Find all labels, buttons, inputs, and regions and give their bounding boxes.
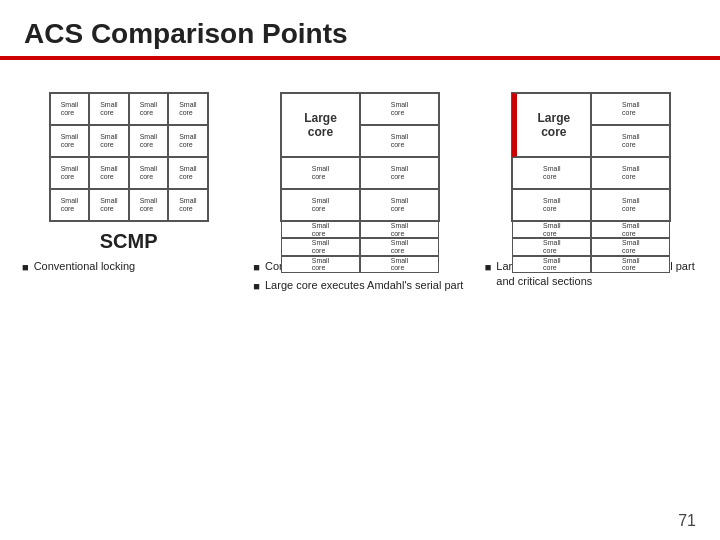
page-title: ACS Comparison Points <box>0 0 720 58</box>
small-cell: Smallcore <box>281 238 360 255</box>
small-cell: Smallcore <box>129 157 169 189</box>
small-cell: Smallcore <box>281 189 360 221</box>
small-cell: Smallcore <box>89 189 129 221</box>
small-cell: Smallcore <box>512 256 591 273</box>
small-cell: Smallcore <box>360 93 439 125</box>
small-cell: Smallcore <box>591 157 670 189</box>
small-cell: Smallcore <box>89 93 129 125</box>
acmp-large-core: Largecore <box>281 93 360 157</box>
acs-column: Largecore Smallcore Smallcore Smallcore … <box>481 92 702 292</box>
small-cell: Smallcore <box>89 157 129 189</box>
small-cell: Smallcore <box>591 221 670 238</box>
small-cell: Smallcore <box>129 125 169 157</box>
small-cell: Smallcore <box>591 93 670 125</box>
acs-large-core: Largecore <box>512 93 591 157</box>
title-divider <box>0 58 720 60</box>
acmp-diagram: Largecore Smallcore Smallcore Smallcore … <box>280 92 440 222</box>
small-cell: Smallcore <box>360 256 439 273</box>
small-cell: Smallcore <box>50 125 90 157</box>
small-cell: Smallcore <box>360 125 439 157</box>
small-cell: Smallcore <box>360 221 439 238</box>
small-cell: Smallcore <box>50 189 90 221</box>
small-cell: Smallcore <box>168 157 208 189</box>
acs-diagram: Largecore Smallcore Smallcore Smallcore … <box>511 92 671 222</box>
small-cell: Smallcore <box>591 125 670 157</box>
small-cell: Smallcore <box>89 125 129 157</box>
small-cell: Smallcore <box>281 256 360 273</box>
small-cell: Smallcore <box>591 238 670 255</box>
small-cell: Smallcore <box>512 238 591 255</box>
small-cell: Smallcore <box>281 221 360 238</box>
small-cell: Smallcore <box>512 157 591 189</box>
small-cell: Smallcore <box>50 157 90 189</box>
scmp-bullets: ■ Conventional locking <box>18 259 239 278</box>
small-cell: Smallcore <box>591 189 670 221</box>
scmp-diagram: Smallcore Smallcore Smallcore Smallcore … <box>49 92 209 222</box>
scmp-column: Smallcore Smallcore Smallcore Smallcore … <box>18 92 239 278</box>
bullet-marker: ■ <box>253 279 260 294</box>
small-cell: Smallcore <box>360 189 439 221</box>
small-cell: Smallcore <box>168 125 208 157</box>
scmp-label: SCMP <box>100 230 158 253</box>
scmp-bullet-text-1: Conventional locking <box>34 259 136 274</box>
scmp-bullet-1: ■ Conventional locking <box>22 259 235 275</box>
acmp-bullet-text-2: Large core executes Amdahl's serial part <box>265 278 463 293</box>
bullet-marker: ■ <box>253 260 260 275</box>
small-cell: Smallcore <box>168 93 208 125</box>
small-cell: Smallcore <box>129 189 169 221</box>
bullet-marker: ■ <box>22 260 29 275</box>
small-cell: Smallcore <box>360 238 439 255</box>
small-cell: Smallcore <box>360 157 439 189</box>
small-cell: Smallcore <box>512 221 591 238</box>
small-cell: Smallcore <box>512 189 591 221</box>
small-cell: Smallcore <box>50 93 90 125</box>
bullet-marker: ■ <box>485 260 492 275</box>
main-content: Smallcore Smallcore Smallcore Smallcore … <box>0 74 720 297</box>
small-cell: Smallcore <box>591 256 670 273</box>
acmp-column: Largecore Smallcore Smallcore Smallcore … <box>249 92 470 297</box>
page-number: 71 <box>678 512 696 530</box>
small-cell: Smallcore <box>281 157 360 189</box>
small-cell: Smallcore <box>168 189 208 221</box>
acmp-bullet-2: ■ Large core executes Amdahl's serial pa… <box>253 278 466 294</box>
small-cell: Smallcore <box>129 93 169 125</box>
